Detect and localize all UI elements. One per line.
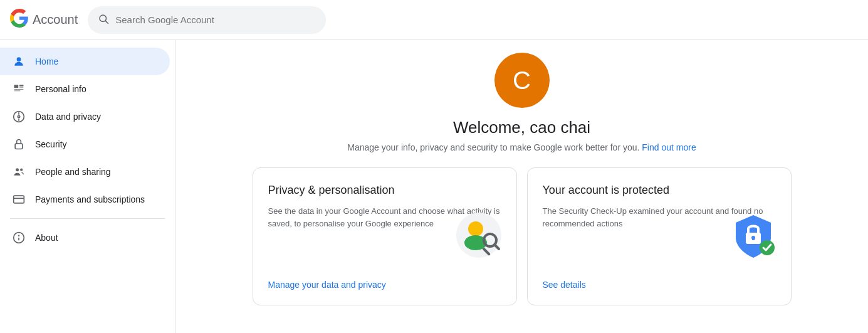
subtitle-text: Manage your info, privacy and security t… [347,142,696,152]
sidebar-item-people-sharing[interactable]: People and sharing [0,158,170,186]
security-card-title: Your account is protected [543,183,776,198]
privacy-illustration [454,210,504,263]
svg-line-1 [106,21,108,23]
cards-row: Privacy & personalisation See the data i… [253,167,792,305]
svg-rect-4 [19,85,24,87]
sidebar: Home Personal info [0,40,175,333]
sidebar-label-payments: Payments and subscriptions [35,194,145,204]
people-icon [13,166,25,178]
search-input[interactable] [115,14,316,25]
svg-rect-11 [15,144,23,149]
svg-rect-5 [19,88,24,88]
svg-rect-3 [14,85,19,88]
svg-rect-7 [14,91,21,92]
svg-rect-27 [752,238,755,240]
svg-point-20 [468,221,483,236]
sidebar-item-payments[interactable]: Payments and subscriptions [0,186,170,213]
sidebar-label-people-sharing: People and sharing [35,167,111,177]
avatar-initial: C [513,66,531,95]
sidebar-item-about[interactable]: About [0,224,170,251]
sidebar-item-data-privacy[interactable]: Data and privacy [0,103,170,130]
main-layout: Home Personal info [0,40,868,333]
security-icon [13,138,25,151]
about-icon [13,231,25,244]
svg-point-12 [16,168,19,171]
welcome-heading: Welcome, cao chai [453,118,590,137]
app-title: Account [33,13,78,27]
home-icon [13,55,25,68]
search-bar[interactable] [88,6,326,34]
avatar: C [494,53,550,108]
sidebar-label-security: Security [35,139,67,149]
google-logo: Account [10,9,78,31]
privacy-card: Privacy & personalisation See the data i… [253,167,517,305]
sidebar-item-personal-info[interactable]: Personal info [0,75,170,103]
svg-point-13 [20,169,23,171]
sidebar-label-data-privacy: Data and privacy [35,112,101,122]
svg-rect-14 [14,196,24,203]
security-card: Your account is protected The Security C… [527,167,792,305]
security-illustration [728,210,778,263]
sidebar-label-personal-info: Personal info [35,84,86,94]
sidebar-item-home[interactable]: Home [0,48,170,75]
sidebar-divider [10,218,165,219]
find-out-more-link[interactable]: Find out more [642,142,696,152]
subtitle-main: Manage your info, privacy and security t… [347,142,639,152]
svg-point-2 [17,57,21,61]
sidebar-label-about: About [35,233,58,243]
data-privacy-icon [13,110,25,123]
svg-rect-6 [14,89,24,90]
main-content: C Welcome, cao chai Manage your info, pr… [175,40,868,333]
security-card-link[interactable]: See details [543,280,776,290]
sidebar-item-security[interactable]: Security [0,130,170,158]
sidebar-label-home: Home [35,56,58,66]
privacy-card-link[interactable]: Manage your data and privacy [268,280,501,290]
person-icon [13,83,25,95]
logo-g [10,9,29,31]
payments-icon [13,193,25,206]
svg-point-8 [18,115,19,117]
privacy-card-title: Privacy & personalisation [268,183,501,198]
app-header: Account [0,0,868,40]
search-icon [98,13,109,27]
